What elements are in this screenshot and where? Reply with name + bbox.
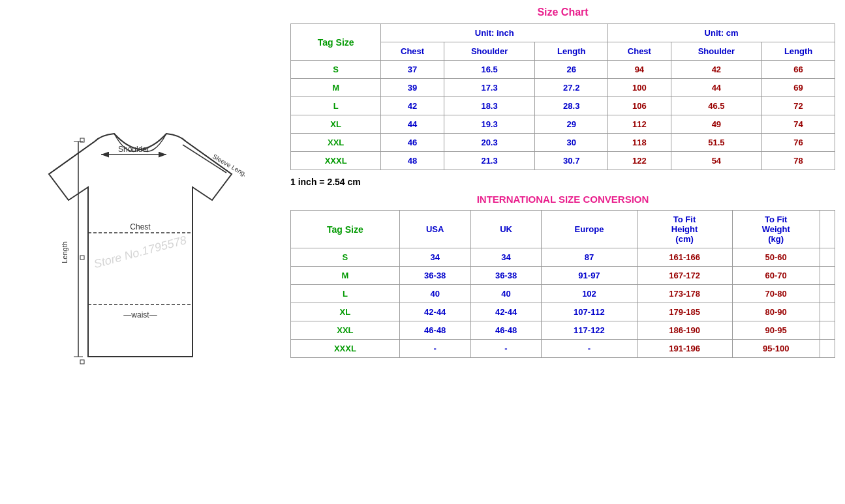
table-row: S 37 16.5 26 94 42 66 xyxy=(291,61,835,79)
conv-height-val: 191-196 xyxy=(637,340,732,358)
conv-usa-val: 34 xyxy=(399,248,470,267)
chest-in-val: 37 xyxy=(381,61,444,79)
chest-cm-val: 106 xyxy=(608,97,671,115)
svg-rect-14 xyxy=(80,256,84,259)
size-val: XL xyxy=(291,115,381,134)
length-cm-val: 69 xyxy=(762,79,835,97)
conv-europe-val: 107-112 xyxy=(542,303,637,321)
unit-cm-header: Unit: cm xyxy=(608,24,835,42)
size-val: M xyxy=(291,79,381,97)
tag-size-header: Tag Size xyxy=(291,24,381,61)
conv-col-empty xyxy=(820,211,835,248)
conv-uk-val: 36-38 xyxy=(470,267,542,285)
length-in-val: 30 xyxy=(535,134,608,152)
conversion-title: INTERNATIONAL SIZE CONVERSION xyxy=(290,194,835,205)
conv-uk-val: - xyxy=(470,340,542,358)
table-row: M 39 17.3 27.2 100 44 69 xyxy=(291,79,835,97)
shoulder-in-val: 20.3 xyxy=(444,134,535,152)
table-row: XL 42-44 42-44 107-112 179-185 80-90 xyxy=(291,303,835,321)
chest-in-val: 46 xyxy=(381,134,444,152)
tshirt-container: Shoulder Sleeve Length Length Chest —wai… xyxy=(36,115,245,389)
conv-size-val: S xyxy=(291,248,400,267)
conv-europe-val: - xyxy=(542,340,637,358)
conv-empty-val xyxy=(820,321,835,340)
conv-usa-val: 40 xyxy=(399,285,470,303)
chest-in-val: 44 xyxy=(381,115,444,134)
shoulder-in-val: 19.3 xyxy=(444,115,535,134)
inch-note: 1 inch = 2.54 cm xyxy=(290,177,835,187)
table-row: L 40 40 102 173-178 70-80 xyxy=(291,285,835,303)
conv-weight-val: 95-100 xyxy=(732,340,820,358)
conv-height-val: 179-185 xyxy=(637,303,732,321)
shoulder-cm-val: 49 xyxy=(671,115,762,134)
table-row: L 42 18.3 28.3 106 46.5 72 xyxy=(291,97,835,115)
col-shoulder-cm: Shoulder xyxy=(671,42,762,61)
conv-size-val: M xyxy=(291,267,400,285)
conv-empty-val xyxy=(820,303,835,321)
length-cm-val: 74 xyxy=(762,115,835,134)
conversion-table: Tag Size USA UK Europe To FitHeight(cm) … xyxy=(290,210,835,358)
svg-text:Chest: Chest xyxy=(130,222,151,231)
conv-weight-val: 60-70 xyxy=(732,267,820,285)
size-val: L xyxy=(291,97,381,115)
shoulder-in-val: 17.3 xyxy=(444,79,535,97)
conv-size-val: XL xyxy=(291,303,400,321)
length-cm-val: 76 xyxy=(762,134,835,152)
svg-line-0 xyxy=(49,141,95,174)
conv-europe-val: 102 xyxy=(542,285,637,303)
chest-in-val: 39 xyxy=(381,79,444,97)
table-row: XL 44 19.3 29 112 49 74 xyxy=(291,115,835,134)
table-row: S 34 34 87 161-166 50-60 xyxy=(291,248,835,267)
conv-weight-val: 80-90 xyxy=(732,303,820,321)
chest-cm-val: 118 xyxy=(608,134,671,152)
conv-uk-val: 46-48 xyxy=(470,321,542,340)
length-in-val: 26 xyxy=(535,61,608,79)
conv-col-weight: To FitWeight(kg) xyxy=(732,211,820,248)
shoulder-in-val: 16.5 xyxy=(444,61,535,79)
conv-usa-val: 36-38 xyxy=(399,267,470,285)
conv-col-europe: Europe xyxy=(542,211,637,248)
shoulder-cm-val: 44 xyxy=(671,79,762,97)
svg-rect-15 xyxy=(80,360,84,364)
col-chest-cm: Chest xyxy=(608,42,671,61)
svg-text:—waist—: —waist— xyxy=(123,310,157,319)
conv-height-val: 161-166 xyxy=(637,248,732,267)
shoulder-cm-val: 42 xyxy=(671,61,762,79)
conv-usa-val: - xyxy=(399,340,470,358)
table-row: XXXL 48 21.3 30.7 122 54 78 xyxy=(291,152,835,170)
conv-col-height: To FitHeight(cm) xyxy=(637,211,732,248)
length-in-val: 30.7 xyxy=(535,152,608,170)
conv-size-val: L xyxy=(291,285,400,303)
shoulder-cm-val: 51.5 xyxy=(671,134,762,152)
conv-empty-val xyxy=(820,340,835,358)
table-row: XXL 46 20.3 30 118 51.5 76 xyxy=(291,134,835,152)
chest-in-val: 42 xyxy=(381,97,444,115)
conv-empty-val xyxy=(820,267,835,285)
size-val: S xyxy=(291,61,381,79)
conv-uk-val: 34 xyxy=(470,248,542,267)
conv-col-usa: USA xyxy=(399,211,470,248)
col-chest-in: Chest xyxy=(381,42,444,61)
conv-weight-val: 90-95 xyxy=(732,321,820,340)
length-cm-val: 66 xyxy=(762,61,835,79)
size-val: XXXL xyxy=(291,152,381,170)
shoulder-cm-val: 46.5 xyxy=(671,97,762,115)
col-shoulder-in: Shoulder xyxy=(444,42,535,61)
size-chart-title: Size Chart xyxy=(290,7,835,18)
conv-usa-val: 46-48 xyxy=(399,321,470,340)
conv-empty-val xyxy=(820,248,835,267)
shoulder-in-val: 18.3 xyxy=(444,97,535,115)
conv-size-val: XXL xyxy=(291,321,400,340)
length-in-val: 28.3 xyxy=(535,97,608,115)
tshirt-diagram-panel: Shoulder Sleeve Length Length Chest —wai… xyxy=(0,0,281,504)
conv-europe-val: 91-97 xyxy=(542,267,637,285)
conv-usa-val: 42-44 xyxy=(399,303,470,321)
conv-height-val: 186-190 xyxy=(637,321,732,340)
svg-text:Length: Length xyxy=(61,241,69,263)
size-chart-table: Tag Size Unit: inch Unit: cm Chest Shoul… xyxy=(290,23,835,170)
chest-in-val: 48 xyxy=(381,152,444,170)
size-val: XXL xyxy=(291,134,381,152)
shoulder-cm-val: 54 xyxy=(671,152,762,170)
length-in-val: 29 xyxy=(535,115,608,134)
col-length-in: Length xyxy=(535,42,608,61)
